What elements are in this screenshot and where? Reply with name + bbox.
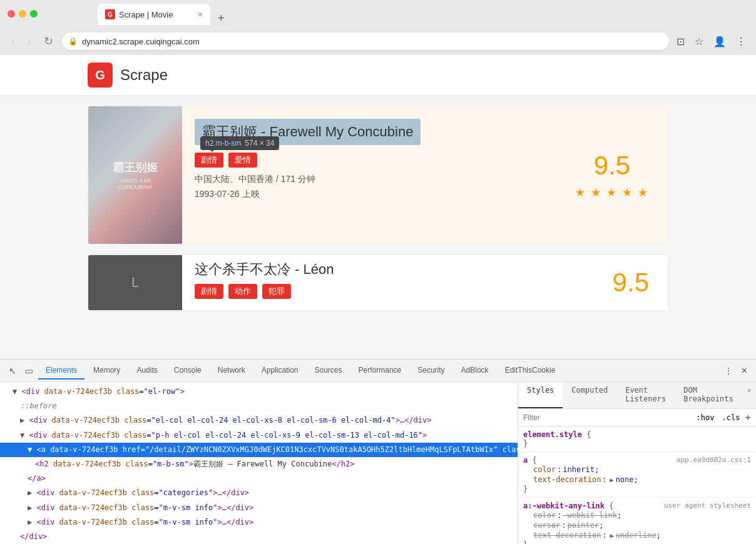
dom-line-close-div1: </div> [0,530,518,544]
back-button[interactable]: ‹ [8,34,19,49]
devtools-tab-console[interactable]: Console [166,362,209,380]
style-prop-webkit-cursor: cursor: pointer; [523,520,751,530]
address-input[interactable] [62,33,669,50]
tab-close-button[interactable]: × [198,9,203,19]
styles-panel: Styles Computed Event Listeners DOM Brea… [518,382,756,544]
devtools-tab-elements[interactable]: Elements [38,362,84,380]
tag-drama-2: 剧情 [195,284,223,299]
devtools-tab-audits[interactable]: Audits [129,362,165,380]
styles-tab-dom-breakpoints[interactable]: DOM Breakpoints [675,382,742,408]
title-bar: G Scrape | Movie × + [0,0,756,28]
active-tab[interactable]: G Scrape | Movie × [98,4,210,25]
menu-button[interactable]: ⋮ [733,34,748,49]
devtools-close-button[interactable]: × [738,363,751,379]
movies-area: 霸王别姬 ADIOS A MICONCUBINA 霸王别姬 - Farewell… [0,96,756,359]
tab-favicon: G [105,9,115,19]
tab-bar: G Scrape | Movie × + [48,3,748,25]
style-selector-webkit: user agent stylesheet a:-webkit-any-link… [523,501,751,510]
movie-score-1: 9.5 [594,151,630,181]
style-prop-webkit-text-decoration: text-decoration: ▶underline; [523,530,751,540]
devtools-pointer-button[interactable]: ↖ [5,363,20,378]
devtools-tab-adblock[interactable]: AdBlock [454,362,496,380]
address-bar: ‹ › ↻ 🔒 ⊡ ☆ 👤 ⋮ [0,28,756,55]
movie-card-1: 霸王别姬 ADIOS A MICONCUBINA 霸王别姬 - Farewell… [88,106,668,244]
refresh-button[interactable]: ↻ [40,33,57,49]
styles-tab-computed[interactable]: Computed [563,382,616,408]
styles-tab-styles[interactable]: Styles [518,382,563,408]
style-block-a: app.ea9d802a.css:1 a { color: inherit; t… [518,452,756,498]
dom-line-1: ▼ <div data-v-724ecf3b class="el-row"> [0,385,518,399]
style-prop-color: color: inherit; [523,465,751,475]
browser-chrome: G Scrape | Movie × + ‹ › ↻ 🔒 ⊡ ☆ 👤 ⋮ [0,0,756,55]
screenshot-button[interactable]: ⊡ [674,34,687,49]
element-tooltip: h2.m-b-sm 574 × 34 [200,136,279,150]
devtools-more-button[interactable]: ⋮ [720,363,737,378]
dom-line-info2: ▶ <div data-v-724ecf3b class="m-v-sm inf… [0,515,518,530]
dom-line-categories: ▶ <div data-v-724ecf3b class="categories… [0,486,518,500]
style-close-a: } [523,485,751,493]
devtools-tab-network[interactable]: Network [210,362,253,380]
tag-action-2: 动作 [228,284,257,299]
tag-drama-1: 剧情 [195,153,223,168]
traffic-lights [8,10,38,18]
stars-1: ★ ★ ★ ★ ★ [575,186,649,199]
devtools-tab-application[interactable]: Application [254,362,306,380]
tooltip-class: h2.m-b-sm [205,139,241,148]
traffic-light-green[interactable] [30,10,38,18]
tab-title: Scrape | Movie [119,10,173,19]
devtools-tab-security[interactable]: Security [410,362,452,380]
styles-panel-tabs: Styles Computed Event Listeners DOM Brea… [518,382,756,409]
movie-info-1: 霸王别姬 - Farewell My Concubine 剧情 爱情 中国大陆、… [182,106,556,244]
tag-love-1: 爱情 [228,153,257,168]
tab-favicon-letter: G [108,11,113,18]
new-tab-button[interactable]: + [213,12,230,25]
dom-line-h2: <h2 data-v-724ecf3b class="m-b-sm">霸王别姬 … [0,457,518,471]
bookmark-button[interactable]: ☆ [692,34,706,49]
devtools-main: ▼ <div data-v-724ecf3b class="el-row"> :… [0,382,756,544]
dom-line-info1: ▶ <div data-v-724ecf3b class="m-v-sm inf… [0,501,518,515]
site-title: Scrape [120,66,168,84]
tag-crime-2: 犯罪 [262,284,291,299]
styles-add-button[interactable]: + [745,411,751,423]
devtools-tab-editthiscookie[interactable]: EditThisCookie [498,362,563,380]
devtools: ↖ ▭ Elements Memory Audits Console Netwo… [0,359,756,544]
dom-line-highlighted[interactable]: ▼ <a data-v-724ecf3b href="/detail/ZWYzN… [0,443,518,457]
dom-panel[interactable]: ▼ <div data-v-724ecf3b class="el-row"> :… [0,382,518,544]
page-content: G Scrape h2.m-b-sm 574 × 34 霸王别姬 ADIOS A… [0,55,756,359]
movie-poster-2: L [88,255,182,310]
lock-icon: 🔒 [68,37,78,46]
page-header: G Scrape [0,55,756,96]
styles-filter-bar: :hov .cls + [518,409,756,426]
movie-title-row-2: 这个杀手不太冷 - Léon [195,260,581,279]
movie-date-1: 1993-07-26 上映 [195,189,544,200]
profile-button[interactable]: 👤 [711,34,728,49]
devtools-tab-memory[interactable]: Memory [86,362,128,380]
dom-line-2: ::before [0,399,518,413]
movie-card-2: L 这个杀手不太冷 - Léon 剧情 动作 犯罪 9.5 [88,254,668,311]
style-selector-element: element.style { [523,430,751,439]
devtools-device-button[interactable]: ▭ [21,363,37,378]
devtools-tab-performance[interactable]: Performance [351,362,409,380]
styles-hov-button[interactable]: :hov [694,413,717,423]
styles-tab-event-listeners[interactable]: Event Listeners [616,382,675,408]
style-block-element: element.style { } [518,426,756,452]
style-prop-text-decoration: text-decoration: ▶none; [523,475,751,485]
styles-filter-input[interactable] [523,413,692,422]
style-selector-a: app.ea9d802a.css:1 a { [523,456,751,465]
traffic-light-red[interactable] [8,10,15,18]
movie-meta-1: 中国大陆、中国香港 / 171 分钟 [195,174,544,185]
movie-tags-1: 剧情 爱情 [195,153,544,168]
style-close-webkit: } [523,540,751,544]
style-prop-webkit-color: color: -webkit-link; [523,510,751,520]
forward-button[interactable]: › [24,34,35,49]
dom-line-4: ▼ <div data-v-724ecf3b class="p-h el-col… [0,428,518,443]
movie-score-area-1: 9.5 ★ ★ ★ ★ ★ [556,106,668,244]
tooltip-size: 574 × 34 [245,139,274,148]
traffic-light-yellow[interactable] [19,10,26,18]
address-wrapper: 🔒 [62,33,669,50]
movie-score-2: 9.5 [613,268,649,298]
dom-line-close-a: </a> [0,471,518,486]
devtools-tab-sources[interactable]: Sources [307,362,350,380]
styles-cls-button[interactable]: .cls [719,413,742,423]
devtools-toolbar: ↖ ▭ Elements Memory Audits Console Netwo… [0,360,756,382]
